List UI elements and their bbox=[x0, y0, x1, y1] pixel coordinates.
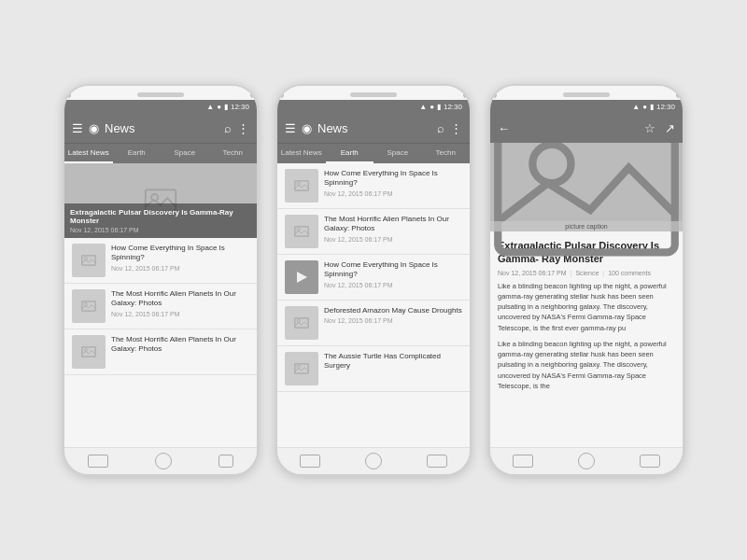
news-item-3[interactable]: The Most Horrific Alien Planets In Our G… bbox=[64, 329, 257, 375]
thumb-placeholder-icon-2 bbox=[81, 299, 96, 314]
news-thumb-2-4 bbox=[285, 306, 318, 340]
phone-2-content: How Come Everything In Space Is Spinning… bbox=[277, 163, 470, 447]
tab-tech-2[interactable]: Techn bbox=[422, 144, 471, 163]
status-icons: ▲ ● ▮ 12:30 bbox=[206, 103, 249, 111]
svg-rect-4 bbox=[82, 301, 95, 311]
search-icon-2[interactable]: ⌕ bbox=[437, 121, 444, 135]
hero-date: Nov 12, 2015 06:17 PM bbox=[70, 227, 251, 233]
news-list-1: How Come Everything In Space Is Spinning… bbox=[64, 238, 257, 447]
status-icons-3: ▲ ● ▮ 12:30 bbox=[632, 103, 675, 111]
back-button-2[interactable] bbox=[427, 455, 447, 468]
status-bar-3: ▲ ● ▮ 12:30 bbox=[490, 100, 683, 113]
recent-apps-button-3[interactable] bbox=[513, 455, 533, 468]
recent-apps-button-2[interactable] bbox=[300, 455, 320, 468]
time-3: 12:30 bbox=[656, 103, 675, 111]
menu-icon[interactable]: ☰ bbox=[72, 121, 83, 135]
article-comments: 100 comments bbox=[608, 270, 651, 276]
wifi-icon-2: ● bbox=[430, 103, 434, 111]
phone-3-bottom-nav bbox=[490, 447, 683, 474]
recent-apps-button[interactable] bbox=[88, 455, 108, 468]
toolbar-actions-2: ⌕ ⋮ bbox=[437, 121, 462, 135]
front-camera-p2 bbox=[277, 91, 284, 98]
home-button[interactable] bbox=[155, 453, 172, 469]
news-list-2: How Come Everything In Space Is Spinning… bbox=[277, 163, 470, 447]
news-item-2[interactable]: The Most Horrific Alien Planets In Our G… bbox=[64, 284, 257, 329]
news-headline-2-5: The Aussie Turtle Has Complicated Surger… bbox=[324, 352, 462, 371]
bookmark-icon[interactable]: ☆ bbox=[644, 121, 655, 135]
news-item-2-3[interactable]: How Come Everything In Space Is Spinning… bbox=[277, 255, 470, 301]
news-date-2-1: Nov 12, 2015 06:17 PM bbox=[324, 190, 462, 197]
tab-earth[interactable]: Earth bbox=[113, 144, 162, 163]
tabs-bar-2: Latest News Earth Space Techn bbox=[277, 143, 470, 163]
front-camera-p3-2 bbox=[676, 91, 683, 98]
hero-text-overlay: Extragalactic Pulsar Discovery Is Gamma-… bbox=[64, 203, 257, 238]
battery-icon-3: ▮ bbox=[650, 103, 654, 111]
tab-space[interactable]: Space bbox=[161, 144, 209, 163]
share-icon[interactable]: ↗ bbox=[665, 121, 675, 135]
phone-top-physical bbox=[64, 86, 257, 100]
news-text-2-1: How Come Everything In Space Is Spinning… bbox=[324, 169, 462, 197]
article-category: Science bbox=[575, 270, 599, 276]
tab-tech[interactable]: Techn bbox=[209, 144, 258, 163]
thumb-placeholder-icon-3 bbox=[81, 344, 96, 359]
back-button-3[interactable] bbox=[640, 455, 660, 468]
toolbar-title-2: News bbox=[317, 121, 431, 135]
phone-3-content: picture caption Extragalactic Pulsar Dis… bbox=[490, 143, 683, 447]
news-text-2: The Most Horrific Alien Planets In Our G… bbox=[111, 289, 249, 317]
hero-headline: Extragalactic Pulsar Discovery Is Gamma-… bbox=[70, 208, 251, 225]
phone-3: ▲ ● ▮ 12:30 ← ☆ ↗ picture caption bbox=[488, 84, 684, 476]
news-item-2-4[interactable]: Deforested Amazon May Cause Droughts Nov… bbox=[277, 301, 470, 346]
article-body-2: Like a blinding beacon lighting up the n… bbox=[498, 339, 675, 391]
detail-placeholder-icon bbox=[490, 143, 683, 260]
thumb-icon-2-1 bbox=[294, 178, 309, 193]
tab-latest-news[interactable]: Latest News bbox=[64, 144, 113, 163]
svg-rect-8 bbox=[295, 181, 308, 190]
front-camera-2 bbox=[250, 91, 257, 98]
news-headline-3: The Most Horrific Alien Planets In Our G… bbox=[111, 335, 249, 355]
toolbar-1: ☰ ◉ News ⌕ ⋮ bbox=[64, 113, 257, 143]
time-2: 12:30 bbox=[444, 103, 462, 111]
news-date-2-4: Nov 12, 2015 06:17 PM bbox=[324, 317, 462, 324]
news-headline-2-4: Deforested Amazon May Cause Droughts bbox=[324, 306, 462, 315]
tab-earth-2[interactable]: Earth bbox=[326, 144, 374, 163]
news-headline-1: How Come Everything In Space Is Spinning… bbox=[111, 244, 249, 263]
news-text-2-2: The Most Horrific Alien Planets In Our G… bbox=[324, 215, 462, 243]
news-item-1[interactable]: How Come Everything In Space Is Spinning… bbox=[64, 238, 257, 284]
news-headline-2-1: How Come Everything In Space Is Spinning… bbox=[324, 169, 462, 189]
back-arrow-icon[interactable]: ← bbox=[498, 121, 510, 135]
search-icon[interactable]: ⌕ bbox=[224, 121, 232, 135]
article-date: Nov 12, 2015 06:17 PM bbox=[498, 270, 567, 276]
speaker-p2 bbox=[350, 92, 397, 97]
news-text-3: The Most Horrific Alien Planets In Our G… bbox=[111, 335, 249, 357]
news-thumb-2 bbox=[72, 289, 106, 323]
news-text-2-3: How Come Everything In Space Is Spinning… bbox=[324, 260, 462, 288]
phone-3-top-physical bbox=[490, 86, 683, 100]
speaker-p3 bbox=[563, 92, 610, 97]
menu-icon-2[interactable]: ☰ bbox=[285, 121, 296, 135]
news-item-2-1[interactable]: How Come Everything In Space Is Spinning… bbox=[277, 163, 470, 209]
news-item-2-5[interactable]: The Aussie Turtle Has Complicated Surger… bbox=[277, 346, 470, 392]
toolbar-title: News bbox=[105, 121, 218, 135]
tab-latest-news-2[interactable]: Latest News bbox=[277, 144, 326, 163]
thumb-icon-2-2 bbox=[294, 224, 309, 239]
back-button[interactable] bbox=[218, 455, 233, 468]
home-button-2[interactable] bbox=[365, 453, 382, 469]
home-button-3[interactable] bbox=[578, 453, 595, 469]
more-icon-2[interactable]: ⋮ bbox=[450, 121, 462, 135]
article-body-1: Like a blinding beacon lighting up the n… bbox=[498, 281, 675, 333]
battery-icon-2: ▮ bbox=[437, 103, 441, 111]
tab-space-2[interactable]: Space bbox=[374, 144, 422, 163]
svg-rect-10 bbox=[295, 227, 308, 236]
news-item-2-2[interactable]: The Most Horrific Alien Planets In Our G… bbox=[277, 209, 470, 255]
news-text-2-4: Deforested Amazon May Cause Droughts Nov… bbox=[324, 306, 462, 324]
news-headline-2: The Most Horrific Alien Planets In Our G… bbox=[111, 289, 249, 309]
status-bar: ▲ ● ▮ 12:30 bbox=[64, 100, 257, 113]
toolbar-3: ← ☆ ↗ bbox=[490, 113, 683, 143]
toolbar-2: ☰ ◉ News ⌕ ⋮ bbox=[277, 113, 470, 143]
toolbar-3-right: ☆ ↗ bbox=[644, 121, 675, 135]
news-date-1: Nov 12, 2015 06:17 PM bbox=[111, 265, 249, 272]
status-icons-2: ▲ ● ▮ 12:30 bbox=[419, 103, 462, 111]
thumb-icon-2-5 bbox=[294, 361, 309, 376]
detail-caption: picture caption bbox=[490, 221, 683, 231]
more-icon[interactable]: ⋮ bbox=[237, 121, 249, 135]
